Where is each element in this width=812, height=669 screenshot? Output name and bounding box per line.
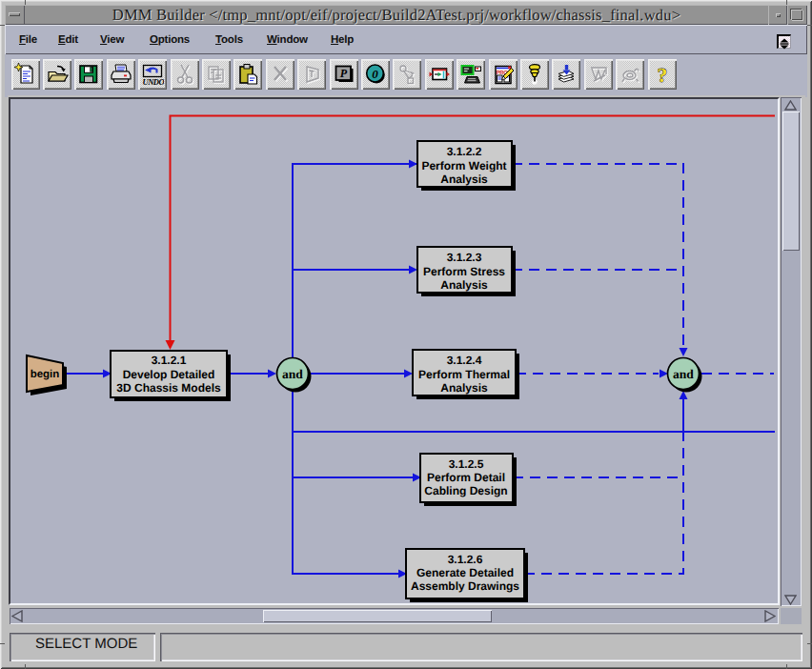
svg-text:Develop Detailed: Develop Detailed (123, 368, 215, 381)
svg-text:Perform Stress: Perform Stress (423, 265, 505, 278)
svg-text:Perform Thermal: Perform Thermal (418, 368, 510, 381)
svg-text:Analysis: Analysis (440, 172, 488, 186)
svg-text:3.1.2.5: 3.1.2.5 (449, 457, 484, 471)
svg-text:3.1.2.1: 3.1.2.1 (152, 354, 187, 367)
svg-text:and: and (282, 367, 303, 381)
svg-text:Assembly Drawings: Assembly Drawings (411, 579, 519, 593)
svg-text:and: and (673, 367, 694, 381)
svg-text:3.1.2.2: 3.1.2.2 (447, 145, 482, 158)
svg-text:0: 0 (372, 67, 378, 81)
svg-text:Perform Detail: Perform Detail (427, 471, 505, 484)
svg-text:UNDO: UNDO (143, 77, 165, 86)
svg-text:3.1.2.4: 3.1.2.4 (447, 354, 482, 367)
svg-text:Cabling Design: Cabling Design (424, 484, 507, 497)
svg-text:3.1.2.3: 3.1.2.3 (447, 251, 482, 264)
svg-text:?: ? (658, 64, 668, 87)
svg-text:Analysis: Analysis (440, 381, 488, 395)
svg-text:Perform Weight: Perform Weight (421, 159, 506, 172)
svg-text:3D Chassis Models: 3D Chassis Models (116, 381, 221, 395)
svg-text:3.1.2.6: 3.1.2.6 (448, 553, 483, 566)
svg-text:Analysis: Analysis (440, 278, 488, 292)
svg-text:P: P (340, 67, 348, 80)
svg-text:begin: begin (30, 369, 60, 380)
svg-text:Generate Detailed: Generate Detailed (416, 566, 514, 579)
